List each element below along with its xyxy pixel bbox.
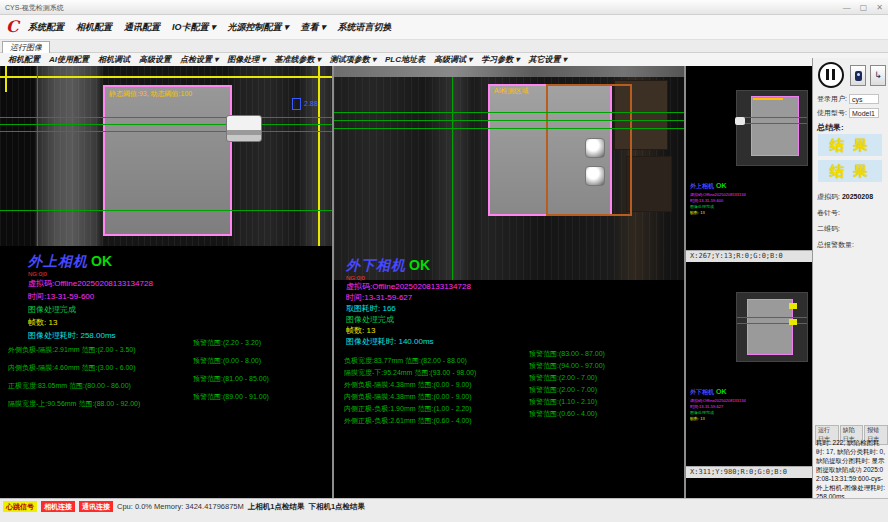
- measurement-value: 外侧负极-隔膜:2.91mm 范围:(2.00 - 3.50): [8, 346, 136, 353]
- return-button[interactable]: ↳: [870, 65, 886, 86]
- clip-mini: [735, 117, 745, 125]
- tool-camera-debug[interactable]: 相机调试: [98, 54, 130, 65]
- top-camera-check-link[interactable]: 上相机1点检结果: [248, 502, 305, 512]
- left-camera-view[interactable]: 静态阈值:93, 动态阈值:100 2.88: [0, 66, 332, 246]
- preview-camera-title: 外上相机: [690, 183, 714, 189]
- measurement-warn: 预警范围:(2.00 - 7.00): [529, 385, 597, 395]
- tool-spotcheck-settings[interactable]: 点检设置 ▾: [180, 54, 218, 65]
- right-camera-view[interactable]: AI检测区域: [334, 66, 684, 280]
- baseline-yellow-vline-left: [5, 66, 7, 92]
- ai-detect-region-label: AI检测区域: [494, 86, 529, 96]
- point-marker-box: [292, 98, 301, 110]
- toolbar: 相机配置 AI使用配置 相机调试 高级设置 点检设置 ▾ 图像处理 ▾ 基准线参…: [0, 53, 888, 66]
- measurement-warn: 预警范围:(0.60 - 4.00): [529, 409, 597, 419]
- comm-connection-badge: 通讯连接: [79, 501, 113, 512]
- winding-pin-label: 卷针号:: [817, 208, 840, 218]
- tool-advanced-debug[interactable]: 高级调试 ▾: [434, 54, 472, 65]
- measurement-row: 负极宽度:83.77mm 范围:(82.00 - 88.00) 预警范围:(83…: [344, 349, 476, 361]
- preview-camera-status: OK: [716, 388, 727, 395]
- measurement-value: 正极宽度:83.05mm 范围:(80.00 - 86.00): [8, 382, 131, 389]
- menu-camera-config[interactable]: 相机配置: [76, 21, 112, 34]
- gripper-clip-shape: [226, 115, 262, 142]
- reflective-part: [585, 166, 605, 186]
- measurement-warn: 预警范围:(1.10 - 2.10): [529, 397, 597, 407]
- maximize-button[interactable]: ▢: [860, 0, 868, 15]
- measurement-value: 隔膜宽度-上:90.56mm 范围:(88.00 - 92.00): [8, 400, 140, 407]
- model-value[interactable]: Model1: [849, 108, 879, 118]
- measurement-warn: 预警范围:(89.00 - 91.00): [193, 392, 269, 402]
- tool-baseline-params[interactable]: 基准线参数 ▾: [275, 54, 321, 65]
- right-grab-time: 取图耗时: 166: [346, 303, 471, 314]
- preview-camera-status: OK: [716, 182, 727, 189]
- reflective-part: [585, 138, 605, 158]
- menu-view[interactable]: 查看 ▾: [301, 21, 326, 34]
- pause-button[interactable]: [818, 62, 844, 88]
- preview-bottom-coordinate-bar: X:311;Y:980;R:0;G:0;B:0: [686, 466, 812, 478]
- electrode-object: 静态阈值:93, 动态阈值:100: [103, 85, 232, 236]
- right-camera-title: 外下相机: [346, 257, 406, 273]
- tool-plc-table[interactable]: PLC地址表: [385, 54, 425, 65]
- menu-system-config[interactable]: 系统配置: [28, 21, 64, 34]
- preview-top-coordinate-bar: X:267;Y:13;R:0;G:0;B:0: [686, 250, 812, 262]
- measurement-warn: 预警范围:(94.00 - 97.00): [529, 361, 605, 371]
- minimize-button[interactable]: —: [843, 0, 851, 15]
- preview-panel-bottom[interactable]: 外下相机OK 虚拟码:Offline20250208133134728 时间:1…: [686, 268, 812, 478]
- right-camera-status: OK: [409, 257, 430, 273]
- preview-bottom-result-block: 外下相机OK 虚拟码:Offline20250208133134728 时间:1…: [690, 380, 746, 422]
- preview-line: 帧数: 13: [690, 210, 746, 216]
- left-camera-title: 外上相机: [28, 253, 88, 269]
- menu-light-config[interactable]: 光源控制配置 ▾: [228, 21, 289, 34]
- measure-green-line: [0, 210, 332, 211]
- app-window: CYS-视觉检测系统 — ▢ ✕ C 系统配置 相机配置 通讯配置 IO卡配置 …: [0, 0, 888, 522]
- measurement-warn: 预警范围:(2.00 - 7.00): [529, 373, 597, 383]
- measure-green-vline: [452, 77, 453, 280]
- machine-part: [626, 156, 672, 212]
- log-output[interactable]: 耗时: 222, 缺陷检图耗时: 17, 缺陷分类耗时: 0, 缺陷提取分图耗时…: [816, 438, 887, 501]
- tool-image-processing[interactable]: 图像处理 ▾: [227, 54, 265, 65]
- right-measurements: 负极宽度:83.77mm 范围:(82.00 - 88.00) 预警范围:(83…: [344, 349, 476, 421]
- preview-object: [751, 96, 799, 156]
- highlight-mini-mark: [789, 319, 797, 325]
- tool-other-settings[interactable]: 其它设置 ▾: [529, 54, 567, 65]
- tab-run-image[interactable]: 运行图像: [2, 41, 50, 53]
- app-logo-icon: C: [6, 17, 19, 36]
- bottom-camera-check-link[interactable]: 下相机1点检结果: [308, 502, 365, 512]
- measure-green-line: [334, 128, 684, 129]
- left-camera-status: OK: [91, 253, 112, 269]
- left-measurements: 外侧负极-隔膜:2.91mm 范围:(2.00 - 3.50) 预警范围:(2.…: [8, 338, 140, 410]
- snapshot-button[interactable]: [850, 65, 866, 86]
- measurement-row: 外侧负极-隔膜:2.91mm 范围:(2.00 - 3.50) 预警范围:(2.…: [8, 338, 140, 356]
- measurement-value: 外侧正极-负极:2.61mm 范围:(0.60 - 4.00): [344, 417, 472, 424]
- preview-line: 帧数: 13: [690, 416, 746, 422]
- tool-test-params[interactable]: 测试项参数 ▾: [330, 54, 376, 65]
- tool-ai-config[interactable]: AI使用配置: [49, 54, 89, 65]
- left-virtual-code: 虚拟码:Offline20250208133134728: [28, 277, 153, 290]
- preview-panel-top[interactable]: 外上相机OK 虚拟码:Offline20250208133134728 时间:1…: [686, 74, 812, 262]
- camera-icon: [855, 71, 862, 81]
- total-result-label: 总结果:: [817, 122, 844, 133]
- login-user-value[interactable]: cys: [849, 94, 879, 104]
- measurement-warn: 预警范围:(2.20 - 3.20): [193, 338, 261, 348]
- cpu-memory-readout: Cpu: 0.0% Memory: 3424.41796875M: [117, 502, 244, 511]
- measurement-row: 正极宽度:83.05mm 范围:(80.00 - 86.00) 预警范围:(81…: [8, 374, 140, 392]
- title-bar: CYS-视觉检测系统 — ▢ ✕: [0, 0, 888, 15]
- measure-green-line: [0, 124, 332, 125]
- menu-language[interactable]: 系统语言切换: [338, 21, 392, 34]
- preview-bottom-image: [736, 292, 808, 362]
- tool-learning-params[interactable]: 学习参数 ▾: [481, 54, 519, 65]
- left-process-done: 图像处理完成: [28, 303, 153, 316]
- highlight-mini-mark: [789, 303, 797, 309]
- tool-advanced-settings[interactable]: 高级设置: [139, 54, 171, 65]
- tool-camera-config[interactable]: 相机配置: [8, 54, 40, 65]
- result-display-1: 结 果: [818, 134, 882, 156]
- login-user-label: 登录用户:: [817, 95, 847, 102]
- tab-strip: 运行图像: [0, 40, 888, 53]
- preview-top-image: [736, 90, 808, 166]
- menu-io-config[interactable]: IO卡配置 ▾: [172, 21, 216, 34]
- sidebar: ↳ 登录用户: cys 使用型号: Model1 总结果: 结 果 结 果 虚拟…: [812, 58, 888, 498]
- measurement-warn: 预警范围:(83.00 - 87.00): [529, 349, 605, 359]
- point-marker-label: 2.88: [304, 100, 318, 107]
- close-button[interactable]: ✕: [876, 0, 883, 15]
- menu-comm-config[interactable]: 通讯配置: [124, 21, 160, 34]
- left-timestamp: 时间:13-31-59-600: [28, 290, 153, 303]
